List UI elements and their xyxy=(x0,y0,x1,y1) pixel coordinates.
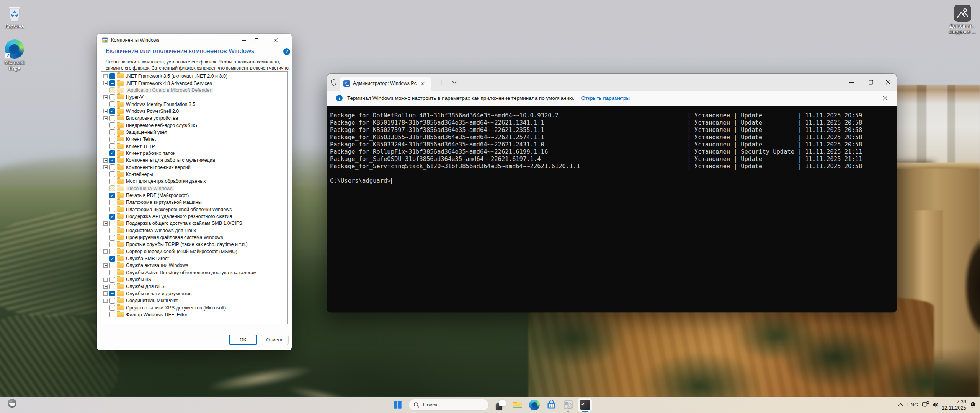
checkbox-unchecked[interactable] xyxy=(109,129,115,135)
feature-item[interactable]: Application Guard в Microsoft Defender xyxy=(101,87,287,94)
clock-tray[interactable]: 7:38 12.11.2025 xyxy=(940,397,967,413)
expander-icon[interactable] xyxy=(103,109,108,113)
microsoft-store-button[interactable] xyxy=(544,397,559,413)
features-list[interactable]: .NET Framework 3.5 (включает .NET 2.0 и … xyxy=(101,71,288,324)
edge-button[interactable] xyxy=(527,397,542,413)
checkbox-unchecked[interactable] xyxy=(109,115,115,121)
feature-item[interactable]: Защищенный узел xyxy=(101,129,287,136)
checkbox-unchecked[interactable] xyxy=(109,242,115,247)
desktop-icon-edge[interactable]: ↗ Microsoft Edge xyxy=(2,39,27,71)
checkbox-checked[interactable] xyxy=(109,158,115,163)
tray-chevron-button[interactable] xyxy=(896,397,905,413)
feature-item[interactable]: Служба активации Windows xyxy=(101,262,287,269)
feature-item[interactable]: Компоненты для работы с мультимедиа xyxy=(101,157,287,164)
checkbox-unchecked[interactable] xyxy=(109,284,115,289)
terminal-console[interactable]: Package_for_DotNetRollup_481~31bf3856ad3… xyxy=(327,106,897,312)
terminal-tab[interactable]: Администратор: Windows Pc xyxy=(340,77,431,91)
expander-icon[interactable] xyxy=(103,116,108,120)
checkbox-unchecked[interactable] xyxy=(109,221,115,226)
feature-item[interactable]: Песочница Windows xyxy=(101,185,287,192)
checkbox-unchecked[interactable] xyxy=(109,94,115,100)
open-settings-link[interactable]: Открыть параметры xyxy=(581,95,630,101)
checkbox-unchecked[interactable] xyxy=(109,143,115,149)
feature-item[interactable]: Подсистема Windows для Linux xyxy=(101,227,287,234)
feature-item[interactable]: Службы печати и документов xyxy=(101,290,287,297)
language-indicator[interactable]: ENG xyxy=(905,397,920,413)
desktop-icon-spotlight-info[interactable]: Дополнит... сведения ... xyxy=(946,5,978,34)
feature-item[interactable]: Контейнеры xyxy=(101,171,287,178)
installer-app-button[interactable] xyxy=(560,397,576,413)
feature-item[interactable]: Клиент TFTP xyxy=(101,143,287,150)
checkbox-unchecked[interactable] xyxy=(109,305,115,311)
checkbox-checked[interactable] xyxy=(109,150,115,156)
start-button[interactable] xyxy=(390,397,405,413)
checkbox-unchecked[interactable] xyxy=(109,200,115,205)
expander-icon[interactable] xyxy=(103,74,108,78)
checkbox-unchecked[interactable] xyxy=(109,277,115,283)
ok-button[interactable]: OK xyxy=(229,335,257,345)
feature-item[interactable]: Фильтр Windows TIFF IFilter xyxy=(101,311,287,318)
dialog-titlebar[interactable]: Компоненты Windows xyxy=(97,34,292,47)
feature-item[interactable]: .NET Framework 3.5 (включает .NET 2.0 и … xyxy=(101,73,287,80)
checkbox-unchecked[interactable] xyxy=(109,235,115,241)
feature-item[interactable]: Простые службы TCPIP (такие как echo, da… xyxy=(101,241,287,248)
expander-icon[interactable] xyxy=(103,221,108,226)
volume-tray-button[interactable] xyxy=(930,397,940,413)
terminal-tabbar[interactable]: Администратор: Windows Pc xyxy=(327,74,897,91)
desktop-icon-recycle-bin[interactable]: Корзина xyxy=(2,5,27,29)
tab-close-icon[interactable] xyxy=(420,81,426,87)
expander-icon[interactable] xyxy=(103,158,108,163)
expander-icon[interactable] xyxy=(103,81,108,85)
file-explorer-button[interactable] xyxy=(510,397,525,413)
feature-item[interactable]: Службы Active Directory облегченного дос… xyxy=(101,269,287,276)
notification-bell-button[interactable]: z xyxy=(967,397,978,413)
checkbox-indeterminate[interactable] xyxy=(109,291,115,296)
task-view-button[interactable] xyxy=(493,397,508,413)
checkbox-checked[interactable] xyxy=(109,214,115,220)
feature-item[interactable]: Службы для NFS xyxy=(101,283,287,290)
checkbox-unchecked[interactable] xyxy=(109,298,115,304)
dialog-maximize-button[interactable] xyxy=(249,34,264,47)
feature-item[interactable]: Печать в PDF (Майкрософт) xyxy=(101,192,287,199)
terminal-maximize-button[interactable] xyxy=(862,74,880,91)
checkbox-disabled[interactable] xyxy=(109,87,115,93)
dialog-close-button[interactable] xyxy=(268,34,283,47)
cancel-button[interactable]: Отмена xyxy=(261,335,289,345)
checkbox-checked[interactable] xyxy=(109,108,115,114)
feature-item[interactable]: Службы IIS xyxy=(101,276,287,283)
feature-item[interactable]: Поддержка общего доступа к файлам SMB 1.… xyxy=(101,220,287,227)
checkbox-unchecked[interactable] xyxy=(109,179,115,184)
expander-icon[interactable] xyxy=(103,95,108,99)
expander-icon[interactable] xyxy=(103,165,108,169)
feature-item[interactable]: Соединитель MultiPoint xyxy=(101,297,287,304)
expander-icon[interactable] xyxy=(103,278,108,282)
checkbox-checked[interactable] xyxy=(109,256,115,262)
feature-item[interactable]: Hyper-V xyxy=(101,94,287,101)
terminal-taskbar-button[interactable]: > xyxy=(577,397,593,413)
feature-item[interactable]: Платформа низкоуровневой оболочки Window… xyxy=(101,206,287,213)
feature-item[interactable]: Проецируемая файловая система Windows xyxy=(101,234,287,241)
checkbox-unchecked[interactable] xyxy=(109,101,115,107)
checkbox-checked[interactable] xyxy=(109,193,115,198)
checkbox-unchecked[interactable] xyxy=(109,137,115,142)
feature-item[interactable]: Блокировка устройства xyxy=(101,115,287,122)
feature-item[interactable]: Сервер очереди сообщений Майкрософт (MSM… xyxy=(101,248,287,255)
expander-icon[interactable] xyxy=(103,285,108,289)
expander-icon[interactable] xyxy=(103,291,108,296)
checkbox-disabled[interactable] xyxy=(109,185,115,191)
feature-item[interactable]: .NET Framework 4.8 Advanced Services xyxy=(101,80,287,86)
checkbox-unchecked[interactable] xyxy=(109,164,115,170)
new-tab-button[interactable] xyxy=(438,79,444,85)
feature-item[interactable]: Поддержка API удаленного разностного сжа… xyxy=(101,213,287,220)
feature-item[interactable]: Мост для центра обработки данных xyxy=(101,178,287,185)
feature-item[interactable]: Средство записи XPS-документов (Microsof… xyxy=(101,304,287,311)
checkbox-unchecked[interactable] xyxy=(109,312,115,317)
feature-item[interactable]: Платформа виртуальной машины xyxy=(101,199,287,206)
feature-item[interactable]: Клиент Telnet xyxy=(101,136,287,143)
checkbox-unchecked[interactable] xyxy=(109,171,115,177)
tab-dropdown-button[interactable] xyxy=(452,80,457,84)
expander-icon[interactable] xyxy=(103,299,108,303)
help-icon[interactable]: ? xyxy=(283,48,290,55)
terminal-minimize-button[interactable] xyxy=(843,74,860,91)
feature-item[interactable]: Внедряемое веб-ядро служб IIS xyxy=(101,122,287,128)
